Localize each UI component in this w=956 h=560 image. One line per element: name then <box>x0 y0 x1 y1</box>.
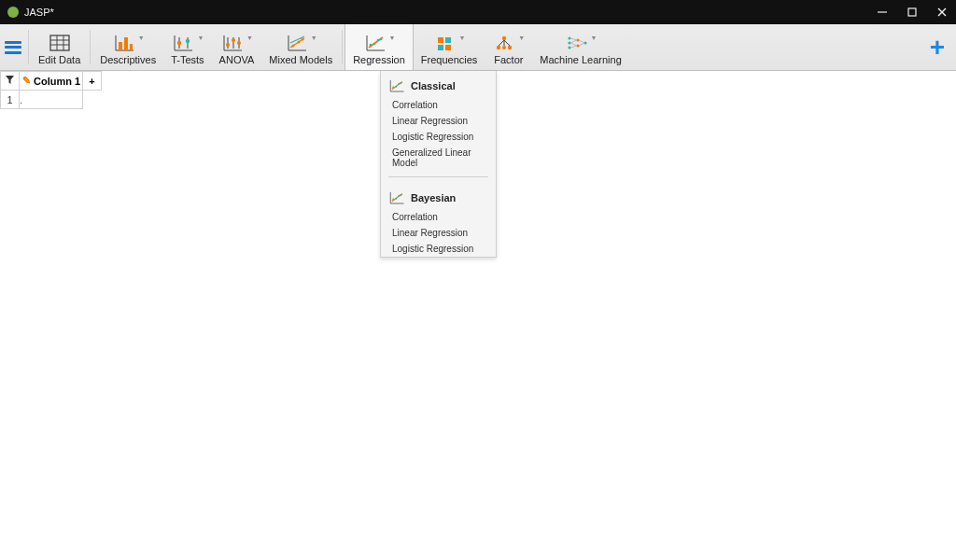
chevron-down-icon: ▼ <box>389 35 396 41</box>
svg-rect-44 <box>438 45 443 50</box>
svg-point-32 <box>291 44 294 47</box>
svg-line-50 <box>504 40 510 46</box>
toolbar-t-tests[interactable]: ▼ T-Tests <box>163 24 211 70</box>
data-sheet: ✎Column 1 + 1 . <box>0 71 102 109</box>
chevron-down-icon: ▼ <box>591 35 598 41</box>
svg-point-47 <box>497 45 500 49</box>
chevron-down-icon: ▼ <box>311 35 317 41</box>
svg-point-23 <box>226 43 230 47</box>
dropdown-item-linear-regression[interactable]: Linear Regression <box>381 113 496 129</box>
toolbar-descriptives[interactable]: ▼ Descriptives <box>92 24 163 70</box>
data-cell[interactable]: . <box>20 91 83 109</box>
table-row: 1 . <box>1 91 102 109</box>
dropdown-item-bayes-correlation[interactable]: Correlation <box>381 209 496 225</box>
toolbar-label: T-Tests <box>171 54 204 65</box>
funnel-icon <box>5 75 15 85</box>
toolbar-machine-learning[interactable]: ▼ Machine Learning <box>532 24 628 70</box>
filter-button[interactable] <box>1 72 20 91</box>
chevron-down-icon: ▼ <box>138 35 145 41</box>
svg-point-76 <box>395 198 397 200</box>
svg-point-38 <box>369 43 372 46</box>
toolbar-anova[interactable]: ▼ ANOVA <box>212 24 262 70</box>
add-column-button[interactable]: + <box>83 72 102 91</box>
t-test-icon <box>171 33 195 53</box>
svg-rect-45 <box>445 45 451 50</box>
svg-point-52 <box>502 46 506 49</box>
svg-rect-13 <box>130 44 133 50</box>
svg-point-41 <box>379 37 382 40</box>
svg-point-71 <box>401 82 402 84</box>
bar-chart-icon <box>112 33 136 53</box>
svg-point-48 <box>508 45 512 49</box>
main-toolbar: Edit Data ▼ Descriptives ▼ T-Tests ▼ ANO… <box>0 24 956 71</box>
chevron-down-icon: ▼ <box>459 35 466 41</box>
data-panel: ✎Column 1 + 1 . <box>0 71 102 109</box>
frequencies-icon <box>433 33 457 53</box>
mixed-models-icon <box>285 33 309 53</box>
dropdown-item-logistic-regression[interactable]: Logistic Regression <box>381 129 496 145</box>
svg-rect-42 <box>438 37 443 43</box>
table-icon <box>48 33 72 53</box>
svg-point-17 <box>177 40 181 44</box>
maximize-button[interactable] <box>906 6 919 19</box>
toolbar-label: ANOVA <box>219 54 255 65</box>
svg-point-70 <box>398 83 400 85</box>
svg-point-27 <box>237 41 241 45</box>
column-header[interactable]: ✎Column 1 <box>20 72 83 91</box>
toolbar-frequencies[interactable]: ▼ Frequencies <box>414 24 485 70</box>
dropdown-section-classical: Classical <box>381 71 496 97</box>
toolbar-label: Regression <box>353 54 405 65</box>
toolbar-label: Factor <box>494 54 523 65</box>
dropdown-item-bayes-logreg[interactable]: Logistic Regression <box>381 241 496 257</box>
regression-icon <box>388 190 405 205</box>
svg-point-75 <box>392 199 394 201</box>
regression-icon <box>363 33 387 53</box>
ml-icon <box>565 33 589 53</box>
regression-icon <box>388 78 405 93</box>
column-name: Column 1 <box>34 76 80 87</box>
svg-point-40 <box>376 38 379 41</box>
toolbar-factor[interactable]: ▼ Factor <box>485 24 532 70</box>
svg-point-25 <box>232 38 235 42</box>
chevron-down-icon: ▼ <box>197 35 204 41</box>
dropdown-item-glm[interactable]: Generalized Linear Model <box>381 145 496 171</box>
divider <box>388 176 488 177</box>
toolbar-regression[interactable]: ▼ Regression <box>344 24 414 70</box>
svg-point-34 <box>301 37 303 40</box>
svg-point-77 <box>398 195 400 197</box>
anova-icon <box>220 33 245 53</box>
toolbar-label: Mixed Models <box>269 54 332 65</box>
menu-toggle[interactable] <box>0 24 26 70</box>
row-number: 1 <box>1 91 20 109</box>
toolbar-edit-data[interactable]: Edit Data <box>31 24 88 70</box>
add-module-button[interactable]: + <box>919 24 956 70</box>
dropdown-item-bayes-linreg[interactable]: Linear Regression <box>381 225 496 241</box>
dropdown-section-bayesian: Bayesian <box>381 183 496 209</box>
svg-line-61 <box>570 43 577 46</box>
svg-line-63 <box>579 40 584 43</box>
window-title: JASP* <box>24 7 876 18</box>
svg-point-46 <box>502 35 506 39</box>
svg-rect-4 <box>50 35 69 50</box>
svg-rect-43 <box>445 37 451 43</box>
toolbar-mixed-models[interactable]: ▼ Mixed Models <box>261 24 340 70</box>
minimize-button[interactable] <box>876 6 889 19</box>
titlebar: JASP* <box>0 0 956 24</box>
section-header-label: Bayesian <box>411 192 456 203</box>
svg-line-60 <box>570 40 577 43</box>
dropdown-item-correlation[interactable]: Correlation <box>381 97 496 113</box>
svg-point-19 <box>186 38 190 42</box>
section-header-label: Classical <box>411 80 456 91</box>
svg-line-49 <box>499 40 504 46</box>
svg-line-62 <box>570 46 577 48</box>
pencil-icon: ✎ <box>22 75 31 87</box>
chevron-down-icon: ▼ <box>246 35 253 41</box>
svg-line-59 <box>570 38 577 40</box>
toolbar-label: Machine Learning <box>540 54 621 65</box>
toolbar-label: Edit Data <box>38 54 80 65</box>
regression-dropdown: Classical Correlation Linear Regression … <box>380 71 497 258</box>
close-button[interactable] <box>935 6 949 19</box>
svg-point-68 <box>392 87 394 89</box>
svg-rect-1 <box>908 8 916 16</box>
svg-point-33 <box>297 40 300 43</box>
